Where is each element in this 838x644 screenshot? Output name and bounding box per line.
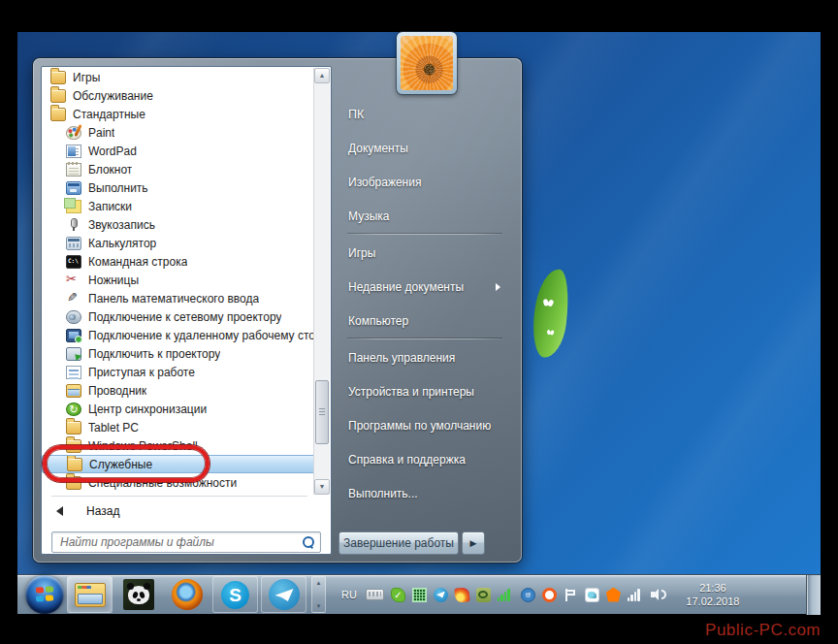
network-signal-white-icon[interactable] — [628, 588, 644, 601]
menu-item-connect-projector[interactable]: Подключить к проектору — [42, 344, 315, 363]
volume-icon[interactable] — [651, 588, 667, 602]
right-item-control-panel[interactable]: Панель управления — [336, 340, 514, 374]
menu-item-label: Обслуживание — [73, 89, 153, 103]
right-panel-divider — [347, 233, 502, 236]
menu-item-explorer[interactable]: Проводник — [42, 381, 315, 400]
calculator-icon — [66, 237, 81, 250]
watermark: Public-PC.com — [705, 621, 821, 640]
scrollbar[interactable]: ▲ ▼ — [313, 68, 330, 495]
antivirus-check-tray-icon[interactable] — [391, 588, 405, 602]
menu-item-run[interactable]: Выполнить — [42, 178, 315, 197]
menu-item-games-folder[interactable]: Игры — [42, 68, 315, 86]
right-item-music[interactable]: Музыка — [336, 199, 514, 233]
menu-item-label: Подключение к сетевому проектору — [88, 310, 281, 324]
menu-item-maintenance-folder[interactable]: Обслуживание — [42, 86, 315, 105]
right-item-label: Компьютер — [348, 314, 408, 328]
programs-list: Игры Обслуживание Стандартные Paint Word… — [42, 68, 315, 492]
clock-time: 21:36 — [679, 581, 747, 595]
menu-item-accessories-folder[interactable]: Стандартные — [42, 105, 315, 123]
right-item-label: Изображения — [348, 176, 421, 189]
menu-item-sync-center[interactable]: Центр синхронизации — [42, 400, 315, 418]
right-item-label: Недавние документы — [348, 280, 464, 294]
menu-item-sound-recorder[interactable]: Звукозапись — [42, 215, 315, 234]
butterfly-icon — [547, 330, 555, 336]
menu-item-paint[interactable]: Paint — [42, 123, 315, 142]
keyboard-icon[interactable] — [366, 589, 384, 600]
right-item-label: Устройства и принтеры — [348, 385, 474, 399]
command-prompt-icon — [66, 255, 81, 269]
back-arrow-icon — [56, 506, 63, 516]
shutdown-label: Завершение работы — [343, 536, 454, 550]
menu-item-label: Командная строка — [88, 255, 187, 269]
flame-tray-icon[interactable] — [454, 587, 469, 602]
shutdown-button[interactable]: Завершение работы — [338, 531, 459, 555]
menu-item-sticky-notes[interactable]: Записки — [42, 197, 315, 215]
user-avatar[interactable] — [397, 32, 457, 94]
search-input[interactable] — [58, 534, 301, 550]
back-label: Назад — [86, 504, 119, 518]
network-signal-green-icon[interactable] — [498, 588, 514, 601]
bird-tray-icon[interactable] — [585, 588, 599, 602]
menu-item-getting-started[interactable]: Приступая к работе — [42, 363, 315, 381]
nvidia-tray-icon[interactable] — [476, 588, 491, 602]
avatar-flower-photo — [401, 36, 453, 90]
menu-item-label: Выполнить — [88, 181, 148, 195]
taskbar-skype-button[interactable] — [212, 576, 258, 613]
telegram-tray-icon[interactable] — [434, 588, 448, 602]
shutdown-options-button[interactable]: ▶ — [462, 531, 485, 555]
right-item-games[interactable]: Игры — [336, 236, 514, 270]
scrollbar-up-button[interactable]: ▲ — [314, 68, 330, 83]
show-desktop-button[interactable] — [806, 575, 821, 615]
skype-icon — [221, 581, 249, 609]
clock-date: 17.02.2018 — [679, 595, 747, 608]
menu-item-network-projector[interactable]: Подключение к сетевому проектору — [42, 307, 315, 326]
right-item-pictures[interactable]: Изображения — [336, 165, 514, 199]
right-item-devices-printers[interactable]: Устройства и принтеры — [336, 374, 514, 408]
user-name-label: ПК — [348, 108, 364, 121]
right-item-computer[interactable]: Компьютер — [336, 304, 514, 338]
right-item-user[interactable]: ПК — [336, 97, 514, 131]
menu-item-math-input-panel[interactable]: Панель математического ввода — [42, 289, 315, 307]
menu-item-remote-desktop[interactable]: Подключение к удаленному рабочему стол — [42, 326, 315, 344]
folder-icon — [50, 108, 66, 121]
menu-item-calculator[interactable]: Калькулятор — [42, 234, 315, 252]
right-item-recent-documents[interactable]: Недавние документы — [336, 270, 514, 304]
taskbar-firefox-button[interactable] — [164, 576, 210, 613]
right-item-run[interactable]: Выполнить... — [336, 476, 514, 510]
run-icon — [66, 181, 81, 195]
search-box[interactable] — [51, 531, 321, 553]
right-panel-divider — [347, 338, 502, 340]
taskbar-panda-app-button[interactable] — [115, 576, 161, 613]
green-grid-tray-icon[interactable] — [412, 588, 427, 602]
scroll-down-icon[interactable]: ▼ — [316, 603, 322, 609]
scrollbar-down-button[interactable]: ▼ — [314, 479, 330, 495]
back-button[interactable]: Назад — [43, 500, 315, 522]
panda-icon — [123, 579, 154, 610]
taskbar-explorer-button[interactable] — [67, 576, 113, 613]
orange-ring-tray-icon[interactable] — [542, 588, 557, 602]
taskbar-clock[interactable]: 21:36 17.02.2018 — [679, 581, 747, 608]
taskbar-scroller[interactable]: ▲ ▼ — [311, 576, 326, 613]
sync-center-icon — [66, 402, 81, 416]
right-item-documents[interactable]: Документы — [336, 131, 514, 165]
menu-item-wordpad[interactable]: WordPad — [42, 142, 315, 160]
camera-shutter-tray-icon[interactable] — [521, 588, 535, 602]
menu-item-notepad[interactable]: Блокнот — [42, 160, 315, 178]
right-item-help-support[interactable]: Справка и поддержка — [336, 442, 514, 476]
menu-item-snipping-tool[interactable]: Ножницы — [42, 271, 315, 289]
menu-item-tablet-pc-folder[interactable]: Tablet PC — [42, 418, 315, 436]
scroll-up-icon[interactable]: ▲ — [316, 580, 322, 586]
snipping-tool-icon — [66, 274, 81, 287]
right-item-default-programs[interactable]: Программы по умолчанию — [336, 408, 514, 442]
scrollbar-thumb[interactable] — [315, 380, 329, 444]
right-item-label: Музыка — [348, 209, 389, 223]
menu-item-label: Стандартные — [73, 108, 145, 121]
sticky-notes-icon — [66, 200, 81, 213]
avast-tray-icon[interactable] — [606, 588, 621, 602]
start-button[interactable] — [25, 575, 64, 614]
taskbar-telegram-button[interactable] — [261, 576, 306, 613]
explorer-icon — [75, 583, 106, 607]
action-center-flag-icon[interactable] — [564, 588, 578, 602]
language-indicator[interactable]: RU — [339, 589, 359, 600]
menu-item-command-prompt[interactable]: Командная строка — [42, 252, 315, 271]
